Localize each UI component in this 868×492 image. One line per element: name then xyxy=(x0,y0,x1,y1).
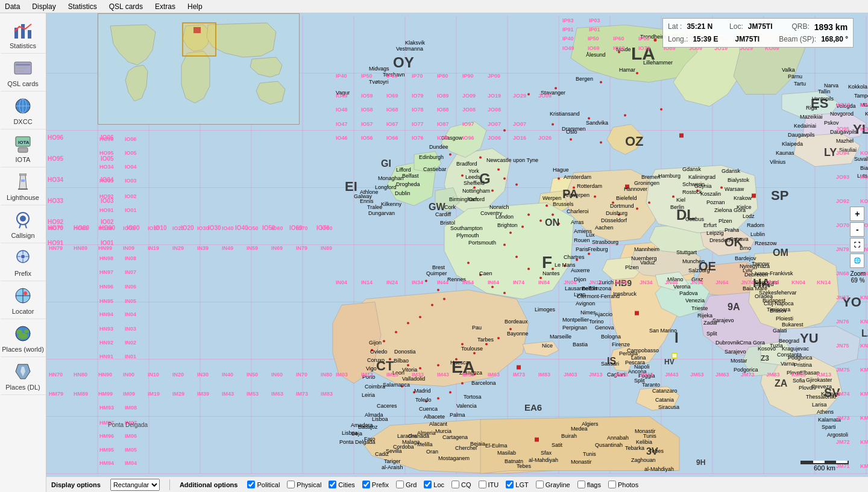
sidebar-item-lighthouse[interactable]: Lighthouse xyxy=(1,167,46,205)
svg-text:IM53: IM53 xyxy=(462,372,474,378)
svg-point-134 xyxy=(527,268,530,270)
cb-grd-label[interactable]: Grd xyxy=(396,481,417,488)
svg-text:Quimper: Quimper xyxy=(426,270,447,276)
zoom-in-button[interactable]: + xyxy=(850,207,864,221)
sidebar-item-locator[interactable]: Locator xyxy=(1,281,46,319)
svg-text:KN07: KN07 xyxy=(860,294,868,300)
svg-text:Pärnu: Pärnu xyxy=(788,73,802,79)
svg-text:IOTA: IOTA xyxy=(18,140,30,145)
svg-text:Radom: Radom xyxy=(747,222,764,228)
svg-text:OK: OK xyxy=(725,235,743,249)
svg-text:IM29: IM29 xyxy=(172,391,184,397)
svg-text:Dubrovnik: Dubrovnik xyxy=(715,340,740,346)
cb-cities-label[interactable]: Cities xyxy=(329,481,355,488)
svg-text:JM72: JM72 xyxy=(836,439,850,445)
cb-grd-text: Grd xyxy=(406,481,417,488)
svg-text:IO67: IO67 xyxy=(386,121,398,127)
cb-lgt-label[interactable]: LGT xyxy=(506,481,528,488)
svg-text:Portsmouth: Portsmouth xyxy=(468,240,496,246)
svg-text:Brussels: Brussels xyxy=(553,201,574,207)
svg-text:JN34: JN34 xyxy=(640,279,653,285)
svg-text:IO77: IO77 xyxy=(412,121,424,127)
cb-grd[interactable] xyxy=(396,481,404,488)
svg-text:KO02: KO02 xyxy=(860,198,868,204)
svg-text:IM03: IM03 xyxy=(336,372,348,378)
cb-physical-label[interactable]: Physical xyxy=(287,481,321,488)
svg-text:Bielefeld: Bielefeld xyxy=(616,195,637,201)
svg-text:Nice: Nice xyxy=(542,343,553,349)
svg-text:IO69: IO69 xyxy=(588,45,600,51)
cb-cities[interactable] xyxy=(329,481,336,488)
svg-text:Bremen: Bremen xyxy=(641,174,661,180)
svg-text:JN54: JN54 xyxy=(690,279,703,285)
cb-grayline[interactable] xyxy=(536,481,544,488)
cb-loc-label[interactable]: Loc xyxy=(424,481,444,488)
cb-itu-label[interactable]: ITU xyxy=(479,481,499,488)
cb-photos-label[interactable]: Photos xyxy=(608,481,638,488)
cb-prefix-label[interactable]: Prefix xyxy=(362,481,389,488)
svg-text:Sarajevo: Sarajevo xyxy=(725,349,746,355)
svg-text:Innsbruck: Innsbruck xyxy=(613,291,637,297)
cb-cq-label[interactable]: CQ xyxy=(451,481,471,488)
svg-point-122 xyxy=(672,196,675,198)
cb-itu[interactable] xyxy=(479,481,486,488)
svg-text:Gijon: Gijon xyxy=(369,340,382,346)
zoom-globe-button[interactable]: 🌐 xyxy=(850,254,864,268)
svg-text:KN05: KN05 xyxy=(860,343,868,349)
svg-text:Murcia: Murcia xyxy=(435,428,451,434)
svg-text:IO88: IO88 xyxy=(437,107,449,113)
cb-prefix[interactable] xyxy=(362,481,370,488)
cb-political-label[interactable]: Political xyxy=(247,481,280,488)
sidebar-item-statistics[interactable]: Statistics xyxy=(1,16,46,54)
svg-text:IO89: IO89 xyxy=(437,93,449,99)
zoom-fit-button[interactable]: ⛶ xyxy=(850,238,864,252)
menu-qsl-cards[interactable]: QSL cards xyxy=(107,1,145,12)
svg-text:KM13: KM13 xyxy=(817,372,831,378)
sidebar-item-callsign[interactable]: Callsign xyxy=(1,205,46,243)
svg-text:Drogheda: Drogheda xyxy=(396,181,420,187)
menu-display[interactable]: Display xyxy=(30,1,58,12)
sidebar-label-locator: Locator xyxy=(12,308,34,315)
cb-grayline-label[interactable]: Grayline xyxy=(536,481,570,488)
cb-cq[interactable] xyxy=(451,481,459,488)
svg-text:HN90: HN90 xyxy=(98,372,112,378)
minimap[interactable] xyxy=(98,13,300,125)
svg-text:Split: Split xyxy=(706,331,717,337)
cb-photos[interactable] xyxy=(608,481,616,488)
svg-point-24 xyxy=(21,255,25,258)
cb-political[interactable] xyxy=(247,481,255,488)
svg-text:Brest: Brest xyxy=(432,264,445,270)
zoom-out-button[interactable]: - xyxy=(850,222,864,237)
menu-extras[interactable]: Extras xyxy=(153,1,178,12)
projection-select[interactable]: Rectangular xyxy=(110,479,160,491)
svg-point-101 xyxy=(552,123,554,126)
map-area[interactable]: IP93 IP03 HO96 IO06 HO95 IO05 HO34 IO04 … xyxy=(46,13,868,476)
svg-text:IN49: IN49 xyxy=(222,245,233,251)
svg-point-109 xyxy=(497,169,500,171)
sidebar-item-prefix[interactable]: Prefix xyxy=(1,243,46,281)
cb-flags-label[interactable]: flags xyxy=(577,481,601,488)
svg-text:Bukarest: Bukarest xyxy=(782,322,804,328)
sidebar-item-places-dl[interactable]: Places (DL) xyxy=(1,357,46,395)
menu-data[interactable]: Data xyxy=(2,1,22,12)
svg-text:JN04: JN04 xyxy=(564,279,577,285)
sidebar-item-iota[interactable]: IOTA IOTA xyxy=(1,129,46,167)
svg-text:HO91: HO91 xyxy=(99,207,114,213)
cb-physical[interactable] xyxy=(287,481,295,488)
sidebar-label-callsign: Callsign xyxy=(11,232,34,239)
sidebar-item-qsl-cards[interactable]: QSL cards xyxy=(1,54,46,92)
svg-point-115 xyxy=(558,178,560,180)
sidebar-item-places-world[interactable]: Places (world) xyxy=(1,319,46,357)
svg-text:Kingisseppe: Kingisseppe xyxy=(865,111,868,117)
menu-statistics[interactable]: Statistics xyxy=(66,1,99,12)
svg-text:JN64: JN64 xyxy=(715,279,729,285)
svg-point-121 xyxy=(648,202,650,204)
menu-help[interactable]: Help xyxy=(185,1,205,12)
svg-point-133 xyxy=(515,256,518,258)
svg-text:Bardejov: Bardejov xyxy=(735,255,756,261)
sidebar-item-dxcc[interactable]: DXCC xyxy=(1,92,46,129)
cb-loc[interactable] xyxy=(424,481,432,488)
cb-flags[interactable] xyxy=(577,481,585,488)
svg-text:IN00: IN00 xyxy=(123,372,134,378)
cb-lgt[interactable] xyxy=(506,481,514,488)
